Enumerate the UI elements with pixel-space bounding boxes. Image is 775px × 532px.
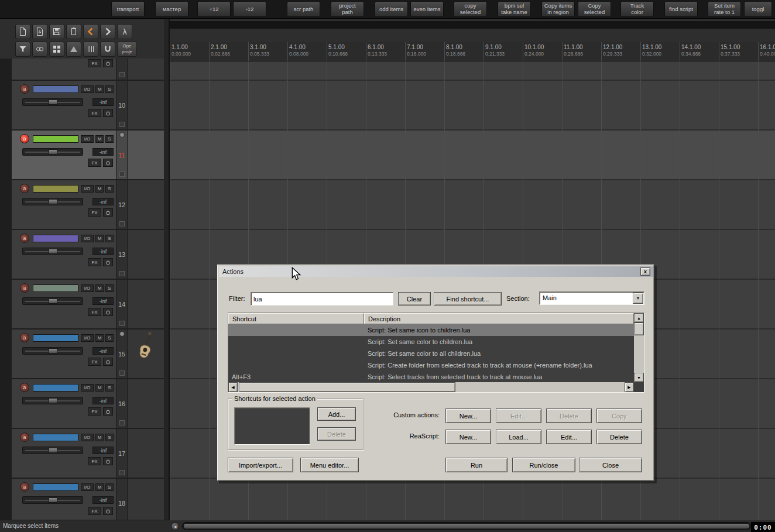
track-name-bar[interactable] xyxy=(33,135,78,143)
mute-button[interactable]: M xyxy=(95,483,104,491)
import-export-button[interactable]: Import/export... xyxy=(228,458,293,472)
arrange-lane-11[interactable] xyxy=(170,131,775,180)
scroll-down-icon[interactable]: ▼ xyxy=(634,373,644,382)
fx-bypass-button[interactable] xyxy=(103,407,113,416)
action-list-body[interactable]: Script: Set same icon to children.luaScr… xyxy=(228,324,634,382)
fx-bypass-button[interactable] xyxy=(103,358,113,366)
custom-actions-new-button[interactable]: New... xyxy=(445,409,491,423)
solo-button[interactable]: S xyxy=(105,334,114,342)
fx-bypass-button[interactable] xyxy=(103,507,113,515)
run-close-button[interactable]: Run/close xyxy=(512,458,575,472)
toolbar-button-even-items[interactable]: even items xyxy=(410,2,444,17)
toolbar-button-copy-items-in-region[interactable]: Copy items in region xyxy=(541,2,575,17)
solo-button[interactable]: S xyxy=(105,483,114,491)
add-shortcut-button[interactable]: Add... xyxy=(317,407,356,421)
filter-icon[interactable] xyxy=(15,42,30,57)
solo-button[interactable]: S xyxy=(105,85,114,93)
io-button[interactable]: I/O xyxy=(81,284,94,292)
fader-handle[interactable] xyxy=(49,348,57,353)
toolbar-button-+12[interactable]: +12 xyxy=(197,2,231,17)
fx-button[interactable]: FX xyxy=(88,159,101,167)
list-vertical-scrollbar[interactable]: ▲ ▼ xyxy=(634,313,644,382)
record-arm-button[interactable]: a xyxy=(20,184,29,193)
track-name-bar[interactable] xyxy=(33,384,78,392)
fx-button[interactable]: FX xyxy=(88,358,101,366)
action-list[interactable]: Shortcut Description Script: Set same ic… xyxy=(228,313,644,393)
fx-bypass-button[interactable] xyxy=(103,308,113,316)
stripes-icon[interactable] xyxy=(83,42,98,57)
action-list-row[interactable]: Script: Create folder from selected trac… xyxy=(228,359,634,371)
io-button[interactable]: I/O xyxy=(81,334,94,342)
scroll-right-icon[interactable]: ▶ xyxy=(625,382,634,392)
section-dropdown[interactable]: Main ▼ xyxy=(539,291,644,305)
fx-bypass-button[interactable] xyxy=(103,59,113,67)
save-icon[interactable] xyxy=(49,24,64,39)
toolbar-button-track-color[interactable]: Track color xyxy=(620,2,654,17)
io-button[interactable]: I/O xyxy=(81,135,94,143)
menu-editor-button[interactable]: Menu editor... xyxy=(300,458,359,472)
dropdown-button[interactable]: ▼ xyxy=(633,293,643,304)
solo-button[interactable]: S xyxy=(105,235,114,242)
track-row-10[interactable]: aI/OMS-infFX10 xyxy=(12,81,164,131)
column-header-description[interactable]: Description xyxy=(364,313,634,324)
volume-fader[interactable] xyxy=(22,397,83,404)
solo-button[interactable]: S xyxy=(105,284,114,292)
reascript-delete-button[interactable]: Delete xyxy=(596,430,642,444)
fader-handle[interactable] xyxy=(49,149,57,155)
track-name-bar[interactable] xyxy=(33,85,78,93)
solo-button[interactable]: S xyxy=(105,135,114,143)
panel-divider[interactable] xyxy=(164,19,170,520)
arrange-lane-18[interactable] xyxy=(170,479,775,520)
action-list-row[interactable]: Script: Set same color to all children.l… xyxy=(228,348,634,359)
record-arm-button[interactable]: a xyxy=(20,433,29,442)
mute-button[interactable]: M xyxy=(95,185,104,193)
fx-button[interactable]: FX xyxy=(88,457,101,465)
solo-button[interactable]: S xyxy=(105,434,114,441)
mute-button[interactable]: M xyxy=(95,135,104,143)
fx-bypass-button[interactable] xyxy=(103,208,113,217)
arrange-lane-10[interactable] xyxy=(170,81,775,131)
open-file-icon[interactable] xyxy=(32,24,47,39)
record-arm-button[interactable]: a xyxy=(20,84,29,94)
fader-handle[interactable] xyxy=(49,99,57,105)
fx-button[interactable]: FX xyxy=(88,109,101,117)
action-list-row[interactable]: Script: Set same icon to children.lua xyxy=(228,324,634,336)
mute-button[interactable]: M xyxy=(95,334,104,342)
paste-icon[interactable] xyxy=(66,24,81,39)
fx-button[interactable]: FX xyxy=(88,407,101,416)
vertical-scrollbar-thumb[interactable] xyxy=(634,322,644,335)
io-button[interactable]: I/O xyxy=(81,185,94,193)
scroll-left-button[interactable]: ◀ xyxy=(171,522,179,530)
mute-button[interactable]: M xyxy=(95,384,104,392)
toolbar-button-transport[interactable]: transport xyxy=(111,2,145,17)
track-row-11[interactable]: aI/OMS-infFX11 xyxy=(12,131,164,180)
new-file-icon[interactable] xyxy=(15,24,30,39)
toolbar-button-find-script[interactable]: find script xyxy=(664,2,698,17)
mute-button[interactable]: M xyxy=(95,235,104,242)
filter-input[interactable] xyxy=(251,292,393,306)
close-button[interactable]: x xyxy=(640,267,650,276)
toolbar-button-copy-selected[interactable]: Copy selected xyxy=(578,2,611,17)
toolbar-button-set-item-rate-to-1[interactable]: Set item rate to 1 xyxy=(708,2,741,17)
track-name-bar[interactable] xyxy=(33,434,78,441)
io-button[interactable]: I/O xyxy=(81,235,94,242)
column-header-shortcut[interactable]: Shortcut xyxy=(228,313,364,324)
mute-button[interactable]: M xyxy=(95,434,104,441)
open-project-button[interactable]: Ope proje xyxy=(117,42,137,57)
back-arrow-icon[interactable] xyxy=(83,24,98,39)
fx-bypass-button[interactable] xyxy=(103,159,113,167)
track-name-bar[interactable] xyxy=(33,334,78,342)
toolbar-button-12[interactable]: -12 xyxy=(233,2,266,17)
fx-button[interactable]: FX xyxy=(88,59,101,67)
fx-bypass-button[interactable] xyxy=(103,109,113,117)
horizontal-scrollbar[interactable] xyxy=(182,522,751,530)
track-name-bar[interactable] xyxy=(33,483,78,491)
fx-button[interactable]: FX xyxy=(88,208,101,217)
fader-handle[interactable] xyxy=(49,448,57,453)
record-arm-button[interactable]: a xyxy=(20,234,29,243)
track-name-bar[interactable] xyxy=(33,284,78,292)
record-arm-button[interactable]: a xyxy=(20,283,29,293)
scroll-left-icon[interactable]: ◀ xyxy=(228,382,238,392)
scroll-up-icon[interactable]: ▲ xyxy=(634,313,644,322)
track-name-bar[interactable] xyxy=(33,235,78,242)
